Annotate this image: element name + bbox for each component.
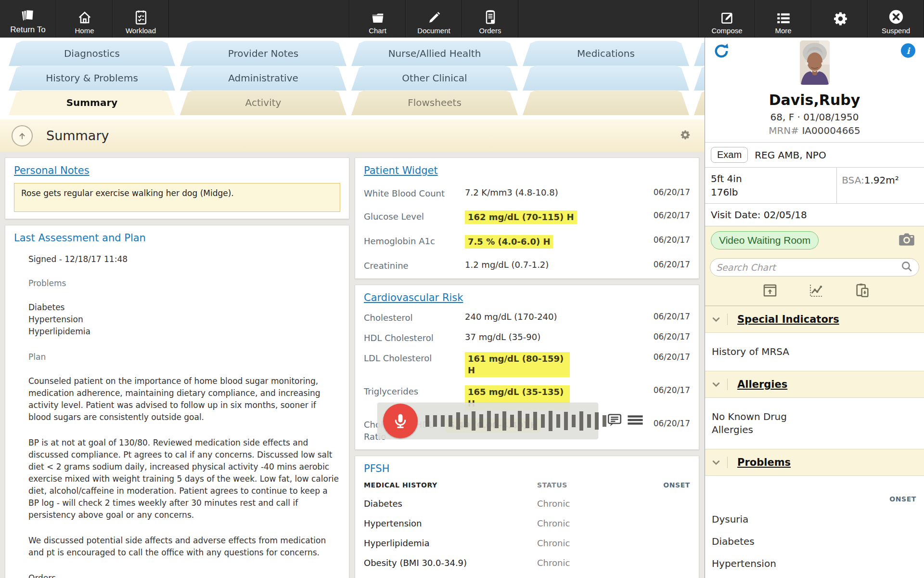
allergies-header: Allergies: [705, 371, 924, 398]
plan-paragraph: BP is at not at goal of 130/80. Reviewed…: [28, 437, 340, 521]
assessment-problems-list: Diabetes Hypertension Hyperlipidemia: [28, 302, 340, 338]
document-button[interactable]: Document: [406, 0, 462, 38]
lab-row: Hemoglobin A1c 7.5 % (4.0-6.0) H 06/20/1…: [364, 234, 690, 249]
home-button[interactable]: Home: [56, 0, 113, 38]
personal-note-field[interactable]: Rose gets regular exercise walking her d…: [14, 183, 340, 212]
assessment-problem: Diabetes: [28, 302, 340, 314]
open-in-window-icon[interactable]: [762, 282, 778, 301]
clipboard-checklist-icon: [134, 10, 148, 25]
chevron-down-icon[interactable]: [705, 380, 727, 389]
collapse-up-button[interactable]: [12, 125, 33, 146]
tab-blank[interactable]: [523, 90, 689, 115]
abnormal-value: 162 mg/dL (70-115) H: [465, 210, 577, 224]
tab-medications[interactable]: Medications: [523, 41, 689, 66]
assessment-problem: Hyperlipidemia: [28, 326, 340, 338]
patient-weight: 176lb: [711, 185, 831, 199]
pfsh-link[interactable]: PFSH: [364, 463, 390, 474]
search-icon[interactable]: [900, 260, 913, 275]
dictation-recorder-overlay: [377, 403, 598, 439]
patient-widget-link[interactable]: Patient Widget: [364, 165, 438, 176]
compose-button[interactable]: Compose: [699, 0, 755, 38]
more-button[interactable]: More: [755, 0, 811, 38]
tab-blank[interactable]: [523, 66, 689, 91]
problems-title[interactable]: Problems: [737, 457, 791, 468]
tab-administrative[interactable]: Administrative: [180, 66, 346, 91]
personal-notes-link[interactable]: Personal Notes: [14, 165, 90, 176]
top-toolbar: Return To Home Workload Chart Document: [0, 0, 924, 38]
ehr-app: Return To Home Workload Chart Document: [0, 0, 924, 578]
tab-flowsheets[interactable]: Flowsheets: [351, 90, 518, 115]
patient-name: Davis,Ruby: [705, 92, 924, 108]
tab-nurse-allied-health[interactable]: Nurse/Allied Health: [351, 41, 518, 66]
chevron-down-icon[interactable]: [705, 315, 727, 324]
problem-item: Dysuria: [705, 513, 924, 525]
allergies-title[interactable]: Allergies: [737, 379, 787, 390]
trend-graph-icon[interactable]: [808, 282, 824, 301]
settings-gear-button[interactable]: [811, 0, 868, 38]
tab-diagnostics[interactable]: Diagnostics: [9, 41, 175, 66]
clipped-next-section: Orders: [28, 572, 340, 578]
chevron-down-icon[interactable]: [705, 458, 727, 467]
tab-summary[interactable]: Summary: [9, 90, 175, 115]
summary-settings-gear-icon[interactable]: [679, 129, 691, 143]
info-icon[interactable]: i: [901, 43, 915, 58]
tab-stub[interactable]: [694, 90, 705, 115]
lab-row: White Blood Count 7.2 K/mm3 (4.8-10.8) 0…: [364, 186, 690, 199]
special-indicator-item: History of MRSA: [705, 333, 924, 371]
table-row: Hypertension Chronic: [364, 518, 690, 528]
left-column: Personal Notes Rose gets regular exercis…: [5, 158, 349, 578]
personal-notes-card: Personal Notes Rose gets regular exercis…: [5, 158, 349, 219]
tab-row-1: Diagnostics Provider Notes Nurse/Allied …: [0, 41, 705, 66]
tab-history-problems[interactable]: History & Problems: [9, 66, 175, 91]
workload-button[interactable]: Workload: [113, 0, 169, 38]
return-to-button[interactable]: Return To: [0, 0, 56, 38]
tab-provider-notes[interactable]: Provider Notes: [180, 41, 346, 66]
chart-button[interactable]: Chart: [349, 0, 406, 38]
orders-pad-icon: [484, 10, 497, 25]
header-divider: [727, 314, 728, 325]
clipboard-copy-icon[interactable]: [854, 282, 871, 301]
assessment-problem: Hypertension: [28, 314, 340, 326]
lab-row: Creatinine 1.2 mg/dL (0.7-1.2) 06/20/17: [364, 258, 690, 272]
onset-column-label: ONSET: [705, 476, 924, 503]
suspend-button[interactable]: Suspend: [868, 0, 924, 38]
mrn-label: MRN#: [769, 125, 799, 136]
summary-content: Personal Notes Rose gets regular exercis…: [0, 152, 705, 578]
exam-status: REG AMB, NPO: [755, 149, 826, 161]
tab-stub[interactable]: [694, 41, 705, 66]
header-divider: [727, 379, 728, 390]
folder-icon: [370, 11, 385, 25]
special-indicators-title[interactable]: Special Indicators: [737, 314, 839, 325]
vitals-row: 5ft 4in 176lb BSA:1.92m²: [705, 168, 924, 204]
home-icon: [77, 11, 92, 25]
video-waiting-room-row: Video Waiting Room: [705, 226, 924, 254]
cardiovascular-risk-link[interactable]: Cardiovascular Risk: [364, 292, 463, 303]
camera-icon[interactable]: [898, 232, 915, 249]
plan-paragraph: Counseled patient on the importance of h…: [28, 375, 340, 423]
exam-button[interactable]: Exam: [711, 147, 748, 163]
tab-stub[interactable]: [694, 66, 705, 91]
compose-icon: [720, 11, 734, 25]
recorder-menu-icon[interactable]: [627, 413, 644, 429]
patient-photo[interactable]: [800, 40, 830, 85]
stacked-pages-icon: [20, 8, 36, 24]
list-icon: [776, 12, 791, 25]
video-waiting-room-button[interactable]: Video Waiting Room: [711, 231, 819, 250]
microphone-record-button[interactable]: [383, 404, 418, 438]
table-row: Hyperlipidemia Chronic: [364, 538, 690, 548]
page-title: Summary: [46, 128, 109, 143]
search-input[interactable]: [716, 262, 900, 273]
problems-label: Problems: [28, 278, 340, 288]
orders-button[interactable]: Orders: [462, 0, 518, 38]
transcript-bubble-icon[interactable]: [606, 412, 623, 430]
last-assessment-link[interactable]: Last Assessment and Plan: [14, 232, 146, 244]
problems-header: Problems: [705, 449, 924, 476]
special-indicators-header: Special Indicators: [705, 306, 924, 333]
tab-other-clinical[interactable]: Other Clinical: [351, 66, 518, 91]
patient-widget-card: Patient Widget White Blood Count 7.2 K/m…: [355, 158, 699, 279]
plan-label: Plan: [28, 352, 340, 362]
lab-row: HDL Cholesterol 37 mg/dL (35-90) 06/20/1…: [364, 330, 690, 344]
tab-activity[interactable]: Activity: [180, 90, 346, 115]
assessment-plan-card: Last Assessment and Plan Signed - 12/18/…: [5, 225, 349, 578]
refresh-icon[interactable]: [713, 42, 730, 62]
